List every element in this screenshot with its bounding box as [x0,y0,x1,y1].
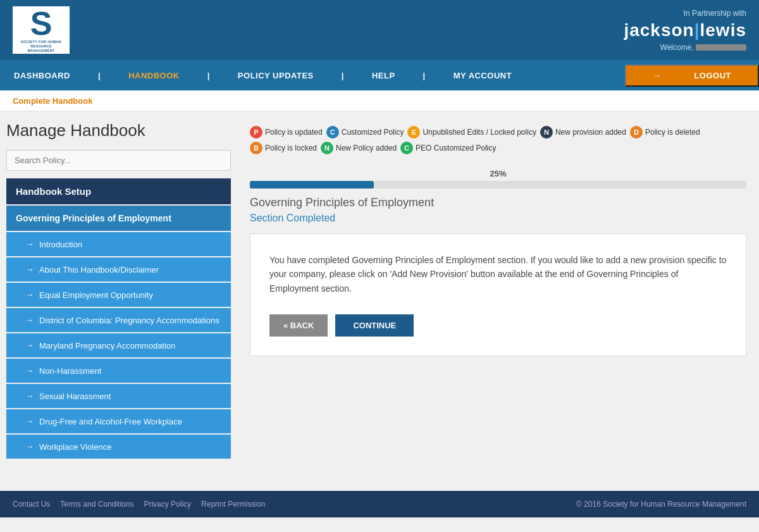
legend-label-n2: New Policy added [336,144,397,152]
footer-links: Contact Us Terms and Conditions Privacy … [13,500,265,509]
section-heading: Governing Principles of Employment [250,196,746,209]
breadcrumb-link[interactable]: Complete Handbook [13,96,92,106]
arrow-icon: → [25,416,34,426]
sidebar-item-md-pregnancy[interactable]: → Maryland Pregnancy Accommodation [6,333,231,357]
nav-dashboard[interactable]: DASHBOARD [0,60,84,90]
legend-item-n1: N New provision added [540,126,626,139]
partner-area: In Partnership with jackson|lewis Welcom… [624,9,746,52]
arrow-icon: → [25,264,34,275]
nav-my-account[interactable]: MY ACCOUNT [440,60,526,90]
logo-area: S SOCIETY FOR HUMANRESOURCEMANAGEMENT [13,6,70,54]
footer: Contact Us Terms and Conditions Privacy … [0,491,759,517]
arrow-icon: → [25,315,34,325]
nav-help[interactable]: HELP [358,60,409,90]
content-area: P Policy is updated C Customized Policy … [237,111,759,491]
badge-n2: N [321,142,333,154]
legend-item-n2: N New Policy added [321,142,397,154]
legend-label-n1: New provision added [555,128,626,137]
badge-c: C [326,126,339,139]
legend-item-c: C Customized Policy [326,126,404,139]
progress-label: 25% [250,169,746,178]
sidebar-item-label: Introduction [39,240,82,249]
sidebar-item-label: Equal Employment Opportunity [39,290,153,300]
progress-bar-background [250,181,746,189]
legend-item-d: D Policy is deleted [630,126,700,139]
sidebar-item-eeo[interactable]: → Equal Employment Opportunity [6,283,231,307]
legend-item-b: B Policy is locked [250,142,317,154]
legend: P Policy is updated C Customized Policy … [250,121,746,163]
sidebar-item-workplace-violence[interactable]: → Workplace Violence [6,435,231,459]
sidebar-item-label: Drug-Free and Alcohol-Free Workplace [39,417,182,426]
arrow-icon: → [25,391,34,401]
badge-n1: N [540,126,553,139]
sidebar-item-introduction[interactable]: → Introduction [6,232,231,256]
legend-label-d: Policy is deleted [645,128,700,137]
nav-handbook[interactable]: HANDBOOK [114,60,194,90]
footer-link-reprint[interactable]: Reprint Permission [201,500,265,509]
partner-name-1: jackson [624,20,694,40]
footer-link-privacy[interactable]: Privacy Policy [144,500,191,509]
progress-container: 25% [250,169,746,189]
breadcrumb-bar: Complete Handbook [0,90,759,111]
sidebar-section-header: Handbook Setup [6,178,231,204]
nav-bar: DASHBOARD | HANDBOOK | POLICY UPDATES | … [0,60,759,90]
shrm-tagline: SOCIETY FOR HUMANRESOURCEMANAGEMENT [21,40,61,53]
shrm-logo: S SOCIETY FOR HUMANRESOURCEMANAGEMENT [13,6,70,54]
badge-p: P [250,126,262,139]
sidebar-item-about[interactable]: → About This Handbook/Disclaimer [6,257,231,281]
arrow-icon: → [25,340,34,350]
legend-label-e: Unpublished Edits / Locked policy [423,128,536,137]
sidebar-item-label: District of Columbia: Pregnancy Accommod… [39,316,219,325]
sidebar-title: Manage Handbook [6,121,231,140]
legend-label-c2: PEO Customized Policy [416,144,496,152]
badge-c2: C [400,142,413,154]
sidebar-item-drug-free[interactable]: → Drug-Free and Alcohol-Free Workplace [6,409,231,433]
badge-b: B [250,142,262,154]
sidebar-item-label: Maryland Pregnancy Accommodation [39,341,175,350]
footer-link-contact[interactable]: Contact Us [13,500,50,509]
legend-label-c: Customized Policy [342,128,404,137]
welcome-text: Welcome, [624,43,746,52]
legend-label-b: Policy is locked [265,144,317,152]
sidebar-item-label: Non-Harassment [39,366,101,376]
partner-label: In Partnership with [624,9,746,18]
sidebar-item-label: About This Handbook/Disclaimer [39,265,159,275]
sidebar-item-sexual-harassment[interactable]: → Sexual Harassment [6,384,231,408]
sidebar-item-non-harassment[interactable]: → Non-Harassment [6,359,231,383]
sidebar-item-dc-pregnancy[interactable]: → District of Columbia: Pregnancy Accomm… [6,308,231,332]
legend-row-2: B Policy is locked N New Policy added C … [250,142,746,154]
partner-name-2: lewis [700,20,746,40]
content-text: You have completed Governing Principles … [269,253,727,295]
arrow-icon: → [25,290,34,300]
footer-copyright: © 2016 Society for Human Resource Manage… [576,500,746,509]
sidebar-category[interactable]: Governing Principles of Employment [6,206,231,231]
content-box: You have completed Governing Principles … [250,233,746,356]
arrow-icon: → [25,239,34,249]
logout-label: LOGOUT [680,71,745,80]
legend-item-p: P Policy is updated [250,126,323,139]
logout-button[interactable]: → LOGOUT [625,65,759,87]
continue-button[interactable]: CONTINUE [335,314,414,337]
nav-policy-updates[interactable]: POLICY UPDATES [224,60,328,90]
footer-link-terms[interactable]: Terms and Conditions [60,500,133,509]
legend-item-c2: C PEO Customized Policy [400,142,496,154]
section-status: Section Completed [250,213,746,224]
badge-e: E [407,126,420,139]
sidebar-item-label: Sexual Harassment [39,392,111,401]
top-header: S SOCIETY FOR HUMANRESOURCEMANAGEMENT In… [0,0,759,60]
arrow-icon: → [25,366,34,376]
legend-row-1: P Policy is updated C Customized Policy … [250,126,746,139]
shrm-s-letter: S [30,7,52,40]
back-button[interactable]: « BACK [269,314,328,337]
legend-item-e: E Unpublished Edits / Locked policy [407,126,536,139]
user-name-bar [696,44,746,51]
badge-d: D [630,126,643,139]
logout-icon: → [639,71,676,80]
main-layout: Manage Handbook Handbook Setup Governing… [0,111,759,491]
arrow-icon: → [25,442,34,452]
search-input[interactable] [6,150,231,171]
sidebar-item-label: Workplace Violence [39,442,111,452]
progress-bar-fill [250,181,374,189]
legend-label-p: Policy is updated [265,128,323,137]
sidebar: Manage Handbook Handbook Setup Governing… [0,111,237,491]
